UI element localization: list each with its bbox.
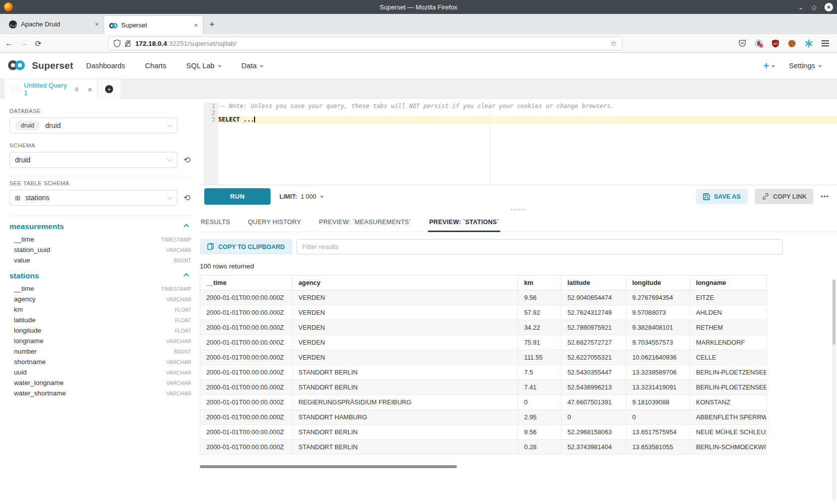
column-row: water_shortnameVARCHAR — [9, 388, 191, 398]
pocket-icon[interactable] — [738, 39, 746, 47]
druid-favicon — [9, 20, 17, 28]
pane-resize-handle[interactable]: •••••• — [199, 208, 837, 212]
chevron-down-icon — [218, 65, 222, 68]
clipboard-icon — [207, 243, 214, 251]
plus-circle-icon: + — [105, 85, 113, 93]
column-header[interactable]: latitude — [561, 275, 626, 290]
close-window-icon[interactable]: ✕ — [825, 3, 833, 11]
insecure-lock-icon[interactable] — [125, 39, 131, 47]
copy-to-clipboard-button[interactable]: COPY TO CLIPBOARD — [200, 239, 292, 254]
table-row: 2000-01-01T00:00:00.000ZVERDEN57.9252.76… — [200, 305, 767, 320]
table-cell: 52.6227055321 — [561, 350, 626, 365]
table-row: 2000-01-01T00:00:00.000ZSTANDORT BERLIN9… — [200, 425, 767, 440]
schema-select[interactable]: druid — [9, 152, 177, 168]
copy-link-button[interactable]: COPY LINK — [755, 189, 814, 204]
chevron-up-icon[interactable] — [183, 273, 189, 278]
column-name: number — [14, 348, 37, 355]
drag-grip-icon[interactable]: ⋮⋮ — [10, 86, 20, 93]
refresh-schema-icon[interactable]: ⟲ — [182, 155, 191, 165]
extension-asterisk-icon[interactable] — [805, 39, 813, 48]
close-tab-icon[interactable]: × — [194, 21, 198, 29]
save-as-button[interactable]: SAVE AS — [696, 189, 748, 204]
nav-data[interactable]: Data — [242, 62, 264, 70]
column-type: TIMESTAMP — [161, 237, 191, 243]
table-cell: 2000-01-01T00:00:00.000Z — [200, 305, 292, 320]
minimize-icon[interactable]: ⌄ — [798, 4, 804, 10]
sql-active-line: SELECT ... — [218, 117, 837, 124]
column-header[interactable]: km — [518, 275, 561, 290]
run-button[interactable]: RUN — [204, 188, 271, 205]
horizontal-scrollbar[interactable] — [200, 465, 457, 468]
url-bar[interactable]: 172.18.0.4:32251/superset/sqllab/ ☆ — [108, 36, 622, 50]
refresh-tables-icon[interactable]: ⟲ — [182, 193, 191, 203]
table-cell: 47.6607501391 — [561, 395, 626, 410]
column-header[interactable]: __time — [200, 275, 292, 290]
column-type: VARCHAR — [166, 370, 191, 376]
schema-table-header[interactable]: measurements — [9, 222, 191, 231]
close-tab-icon[interactable]: × — [95, 20, 99, 28]
results-tab-preview-stations[interactable]: PREVIEW: `STATIONS` — [428, 214, 500, 232]
column-header[interactable]: longname — [690, 275, 767, 290]
results-table: __timeagencykmlatitudelongitudelongname … — [200, 275, 767, 455]
table-row: 2000-01-01T00:00:00.000ZVERDEN75.9152.68… — [200, 335, 767, 350]
nav-charts[interactable]: Charts — [145, 62, 166, 70]
forward-icon[interactable]: → — [20, 39, 28, 48]
bookmark-star-icon[interactable]: ☆ — [610, 39, 617, 48]
table-cell: ABBENFLETH SPERRWERK — [690, 410, 767, 425]
table-row: 2000-01-01T00:00:00.000ZREGIERUNGSPRÄSID… — [200, 395, 767, 410]
url-text[interactable]: 172.18.0.4:32251/superset/sqllab/ — [135, 40, 606, 47]
browser-tab-apache-druid[interactable]: Apache Druid × — [4, 14, 104, 34]
browser-tab-superset[interactable]: Superset × — [104, 15, 203, 34]
table-cell: VERDEN — [292, 305, 518, 320]
results-tab-preview-measurements[interactable]: PREVIEW: `MEASUREMENTS` — [318, 214, 412, 232]
nav-sql-lab[interactable]: SQL Lab — [186, 62, 222, 70]
database-select[interactable]: druid druid — [9, 118, 177, 133]
table-cell: STANDORT BERLIN — [292, 425, 518, 440]
column-row: shortnameVARCHAR — [9, 357, 191, 367]
table-cell: 13.6517575954 — [626, 425, 690, 440]
chevron-down-icon — [167, 122, 172, 127]
table-cell: 2.95 — [518, 410, 561, 425]
results-tab-query-history[interactable]: QUERY HISTORY — [247, 214, 302, 232]
new-tab-button[interactable]: + — [209, 19, 215, 30]
column-header[interactable]: longitude — [626, 275, 690, 290]
results-tab-results[interactable]: RESULTS — [200, 214, 231, 232]
settings-menu[interactable]: Settings — [789, 62, 822, 70]
query-tab-active[interactable]: ⋮⋮ Untitled Query 1 × — [5, 79, 98, 99]
ublock-origin-icon[interactable]: uO — [772, 39, 779, 48]
close-query-tab-icon[interactable]: × — [88, 85, 92, 94]
column-name: value — [14, 256, 30, 264]
maximize-icon[interactable]: ◇ — [812, 4, 817, 10]
table-cell: VERDEN — [292, 320, 518, 335]
column-row: __timeTIMESTAMP — [9, 234, 191, 245]
row-count: 100 rows returned — [200, 262, 837, 270]
sql-editor[interactable]: 1 2 3 -- Note: Unless you save your quer… — [199, 99, 837, 185]
limit-control[interactable]: LIMIT: 1 000 — [279, 193, 324, 200]
more-options-icon[interactable]: ••• — [821, 193, 829, 200]
browser-tabstrip: Apache Druid × Superset × + — [0, 14, 837, 34]
link-icon — [762, 193, 769, 200]
filter-results-input[interactable] — [296, 239, 783, 254]
back-icon[interactable]: ← — [5, 39, 13, 48]
new-item-button[interactable]: + — [763, 60, 775, 72]
column-type: BIGINT — [174, 349, 191, 355]
tracking-shield-icon[interactable] — [114, 39, 121, 47]
table-cell: VERDEN — [292, 335, 518, 350]
superset-logo-icon[interactable] — [8, 59, 28, 72]
multi-account-containers-icon[interactable]: x — [755, 39, 763, 48]
vertical-scrollbar[interactable] — [832, 279, 836, 500]
schema-table-header[interactable]: stations — [9, 271, 191, 280]
table-cell: STANDORT BERLIN — [292, 440, 518, 455]
brand-name[interactable]: Superset — [32, 60, 73, 71]
table-cell: 2000-01-01T00:00:00.000Z — [200, 410, 292, 425]
table-select[interactable]: ⊞ stations — [9, 190, 177, 206]
chevron-up-icon[interactable] — [183, 224, 189, 229]
chevron-down-icon — [167, 156, 172, 161]
reload-icon[interactable]: ⟳ — [35, 39, 41, 48]
menu-icon[interactable] — [822, 40, 829, 46]
add-query-tab-button[interactable]: + — [98, 79, 121, 99]
table-cell: 9.3828408101 — [626, 320, 690, 335]
cookie-icon[interactable] — [788, 39, 796, 48]
nav-dashboards[interactable]: Dashboards — [86, 62, 125, 70]
column-header[interactable]: agency — [292, 275, 518, 290]
